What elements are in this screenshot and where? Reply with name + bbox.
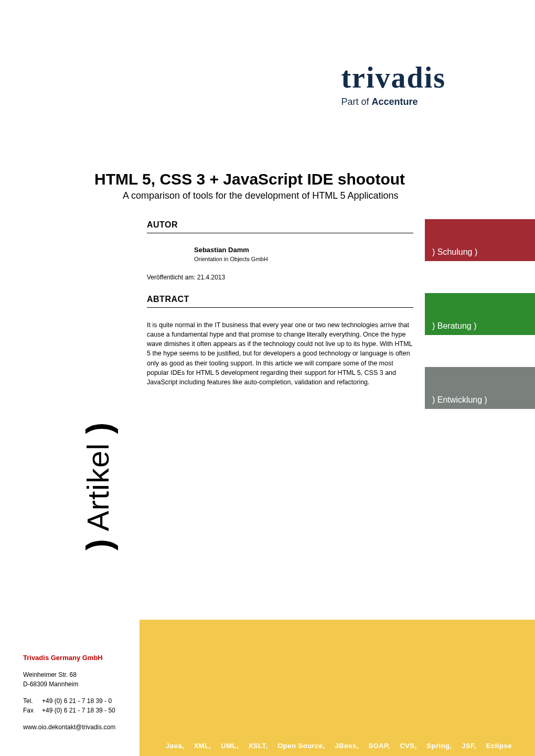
footer-keyword: Spring [426,742,452,750]
author-heading: AUTOR [147,220,413,233]
tagline-brand: Accenture [371,96,418,107]
author-org: Orientation in Objects GmbH [147,256,413,262]
publication-date: Veröffentlicht am: 21.4.2013 [147,274,413,281]
footer-company: Trivadis Germany GmbH [23,653,115,663]
footer-keyword: UML [221,742,239,750]
pill-beratung-label: ) Beratung ) [432,321,476,331]
fax-value: +49 (0) 6 21 - 7 18 39 - 50 [42,706,115,715]
title-block: HTML 5, CSS 3 + JavaScript IDE shootout … [94,170,441,201]
footer-keyword: SOAP [369,742,390,750]
footer-keyword: Java [166,742,184,750]
footer-keyword: Eclipse [486,742,512,750]
author-block: Sebastian Damm Orientation in Objects Gm… [147,246,413,262]
logo-tagline: Part of Accenture [341,96,446,107]
paren-open: ) [79,538,118,550]
footer-keyword: Open Source [277,742,325,750]
paren-close: ) [79,422,118,434]
abstract-heading: ABTRACT [147,295,413,308]
pill-schulung-label: ) Schulung ) [432,247,477,257]
footer-address: Weinheimer Str. 68 D-68309 Mannheim [23,670,115,689]
pill-schulung: ) Schulung ) [425,219,535,261]
content-area: AUTOR Sebastian Damm Orientation in Obje… [147,220,413,387]
logo-wordmark: trivadis [341,63,446,92]
tel-value: +49 (0) 6 21 - 7 18 39 - 0 [42,696,112,706]
footer-keyword: CVS [400,742,416,750]
footer-phones: Tel. +49 (0) 6 21 - 7 18 39 - 0 Fax +49 … [23,696,115,715]
footer-contact: Trivadis Germany GmbH Weinheimer Str. 68… [23,653,115,732]
footer-web-email: www.oio.dekontakt@trivadis.com [23,722,115,732]
footer-keyword: XML [194,742,211,750]
footer-keywords: JavaXMLUMLXSLTOpen SourceJBossSOAPCVSSpr… [166,742,512,750]
logo-text: trivadis [341,61,446,94]
fax-label: Fax [23,706,42,715]
brand-logo: trivadis Part of Accenture [341,63,446,107]
tagline-prefix: Part of [341,96,371,107]
footer-keyword: JSF [462,742,476,750]
pill-beratung: ) Beratung ) [425,293,535,335]
vertical-text: Artikel [81,434,115,538]
address-line2: D-68309 Mannheim [23,679,115,689]
document-subtitle: A comparison of tools for the developmen… [94,190,441,201]
footer-bar [140,620,535,756]
author-name: Sebastian Damm [147,246,413,254]
tel-label: Tel. [23,696,42,706]
abstract-text: It is quite normal in the IT business th… [147,320,413,387]
vertical-article-label: ) Artikel ) [79,422,119,550]
footer-keyword: XSLT [249,742,268,750]
document-title: HTML 5, CSS 3 + JavaScript IDE shootout [94,170,441,188]
pill-entwicklung: ) Entwicklung ) [425,367,535,409]
address-line1: Weinheimer Str. 68 [23,670,115,679]
footer-keyword: JBoss [335,742,359,750]
pill-entwicklung-label: ) Entwicklung ) [432,395,487,405]
